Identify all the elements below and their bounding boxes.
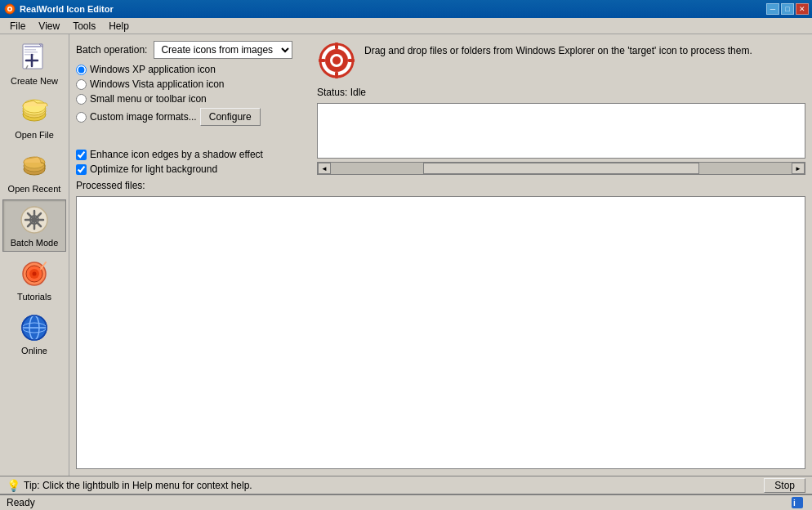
sidebar-item-batch-mode[interactable]: Batch Mode (2, 199, 66, 252)
radio-winvista-label: Windows Vista application icon (90, 78, 225, 90)
sidebar-item-online[interactable]: Online (2, 307, 66, 360)
radio-smallmenu: Small menu or toolbar icon (76, 93, 309, 105)
radio-winxp: Windows XP application icon (76, 64, 309, 75)
radio-smallmenu-input[interactable] (76, 94, 87, 105)
close-button[interactable]: ✕ (796, 3, 809, 15)
radio-group: Windows XP application icon Windows Vist… (76, 64, 309, 144)
status-bar-text: Ready (7, 497, 35, 508)
radio-custom-input[interactable] (76, 112, 87, 123)
svg-text:i: i (793, 499, 796, 508)
sidebar-label-tutorials: Tutorials (17, 292, 51, 302)
status-box (317, 103, 805, 159)
minimize-button[interactable]: ─ (766, 3, 779, 15)
checkbox-lightbg-label: Optimize for light background (90, 163, 217, 175)
app-icon (3, 2, 16, 16)
top-controls: Batch operation: Create icons from image… (76, 41, 805, 175)
radio-winvista: Windows Vista application icon (76, 78, 309, 90)
svg-point-2 (9, 8, 11, 11)
status-bar: Ready i (0, 494, 812, 510)
tutorials-icon (18, 257, 51, 290)
bottom-bar: 💡 Tip: Click the lightbulb in Help menu … (0, 476, 812, 494)
batch-operation-label: Batch operation: (76, 44, 147, 56)
sidebar-item-tutorials[interactable]: Tutorials (2, 253, 66, 306)
svg-rect-41 (335, 42, 338, 49)
processed-files-label: Processed files: (76, 180, 805, 191)
sidebar: Create New Open File (0, 34, 69, 476)
controls-right: Drag and drop files or folders from Wind… (317, 41, 805, 175)
create-new-icon (18, 42, 51, 74)
sidebar-label-open-recent: Open Recent (8, 184, 61, 194)
svg-point-40 (332, 56, 341, 65)
drop-description: Drag and drop files or folders from Wind… (364, 41, 752, 58)
stop-button[interactable]: Stop (764, 478, 805, 493)
svg-point-30 (33, 272, 37, 276)
open-recent-icon (18, 150, 51, 182)
horizontal-scrollbar[interactable]: ◄ ► (317, 162, 805, 175)
status-label: Status: Idle (317, 87, 805, 98)
sidebar-item-create-new[interactable]: Create New (2, 38, 66, 90)
svg-rect-7 (25, 49, 36, 51)
svg-rect-4 (25, 46, 41, 47)
online-icon (18, 311, 51, 344)
checkbox-lightbg-input[interactable] (76, 164, 87, 175)
scroll-left-button[interactable]: ◄ (318, 163, 331, 174)
target-icon[interactable] (317, 41, 356, 80)
sidebar-label-open-file: Open File (15, 130, 54, 140)
sidebar-item-open-recent[interactable]: Open Recent (2, 145, 66, 198)
maximize-button[interactable]: □ (781, 3, 794, 15)
radio-winxp-label: Windows XP application icon (90, 64, 216, 75)
drop-area-header: Drag and drop files or folders from Wind… (317, 41, 805, 80)
checkbox-shadow-label: Enhance icon edges by a shadow effect (90, 149, 263, 160)
batch-mode-icon (18, 204, 51, 236)
processed-files-box (76, 196, 805, 469)
radio-custom: Custom image formats... Configure (76, 108, 309, 126)
window-controls: ─ □ ✕ (766, 3, 809, 15)
controls-left: Batch operation: Create icons from image… (76, 41, 309, 175)
checkbox-lightbg: Optimize for light background (76, 163, 309, 175)
svg-rect-8 (25, 51, 38, 53)
content-area: Batch operation: Create icons from image… (69, 34, 812, 476)
title-bar: RealWorld Icon Editor ─ □ ✕ (0, 0, 812, 18)
sidebar-label-batch-mode: Batch Mode (11, 238, 59, 248)
menu-tools[interactable]: Tools (66, 19, 102, 34)
menu-file[interactable]: File (3, 19, 32, 34)
svg-rect-43 (319, 59, 325, 62)
window-title: RealWorld Icon Editor (20, 4, 766, 14)
status-bar-icon: i (789, 496, 805, 509)
open-file-icon (18, 96, 51, 128)
scroll-thumb[interactable] (423, 163, 699, 174)
tip-text: Tip: Click the lightbulb in Help menu fo… (24, 480, 252, 491)
scroll-right-button[interactable]: ► (792, 163, 805, 174)
radio-winvista-input[interactable] (76, 79, 87, 90)
main-layout: Create New Open File (0, 34, 812, 476)
radio-smallmenu-label: Small menu or toolbar icon (90, 93, 207, 105)
checkbox-shadow-input[interactable] (76, 150, 87, 160)
sidebar-label-create-new: Create New (11, 76, 58, 86)
menu-bar: File View Tools Help (0, 18, 812, 34)
menu-view[interactable]: View (32, 19, 66, 34)
batch-operation-select[interactable]: Create icons from imagesConvert icons to… (154, 41, 292, 59)
radio-winxp-input[interactable] (76, 65, 87, 75)
tip-lightbulb-icon: 💡 (7, 479, 20, 492)
sidebar-item-open-file[interactable]: Open File (2, 92, 66, 144)
checkbox-group: Enhance icon edges by a shadow effect Op… (76, 149, 309, 175)
radio-custom-label: Custom image formats... (90, 111, 197, 123)
svg-rect-44 (348, 59, 355, 62)
scroll-track[interactable] (331, 163, 792, 174)
svg-rect-42 (335, 72, 338, 78)
menu-help[interactable]: Help (102, 19, 136, 34)
batch-operation-row: Batch operation: Create icons from image… (76, 41, 309, 59)
checkbox-shadow: Enhance icon edges by a shadow effect (76, 149, 309, 160)
configure-button[interactable]: Configure (200, 108, 261, 126)
sidebar-label-online: Online (21, 346, 47, 356)
svg-point-26 (33, 218, 36, 221)
